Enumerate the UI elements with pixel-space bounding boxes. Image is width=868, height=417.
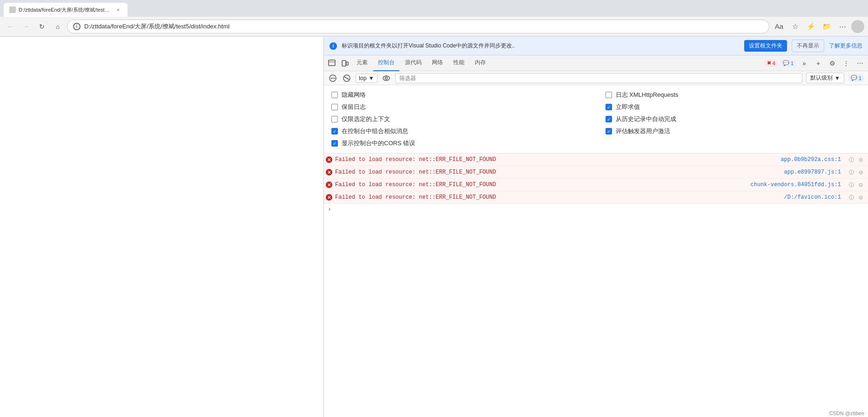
svg-rect-0 xyxy=(329,60,335,66)
tab-performance[interactable]: 性能 xyxy=(449,55,469,71)
error-action-icon-1a[interactable]: ⓘ xyxy=(848,168,855,176)
preserve-log-checkbox[interactable] xyxy=(331,104,338,110)
error-actions-1: ⓘ ⊙ xyxy=(848,168,864,176)
error-action-icon-3b[interactable]: ⊙ xyxy=(857,194,864,201)
option-cors-errors[interactable]: 显示控制台中的CORS 错误 xyxy=(331,137,587,149)
log-xhr-checkbox[interactable] xyxy=(606,92,612,98)
error-link-2[interactable]: chunk-vendors.84051fdd.js:1 xyxy=(751,182,841,188)
tab-network-label: 网络 xyxy=(432,59,443,67)
no-entry-button[interactable] xyxy=(342,73,352,83)
log-xhr-label: 日志 XMLHttpRequests xyxy=(616,91,679,99)
eager-eval-checkbox[interactable] xyxy=(606,104,612,110)
svg-point-8 xyxy=(383,76,390,81)
read-aloud-button[interactable]: Aa xyxy=(772,20,786,34)
learn-more-link[interactable]: 了解更多信息 xyxy=(829,42,862,50)
chevron-down-icon: ▼ xyxy=(369,75,374,81)
tab-console[interactable]: 控制台 xyxy=(373,55,399,71)
option-group-similar[interactable]: 在控制台中组合相似消息 xyxy=(331,125,587,137)
dont-show-button[interactable]: 不再显示 xyxy=(792,40,824,52)
tab-elements-label: 元素 xyxy=(357,59,368,67)
set-root-folder-button[interactable]: 设置根文件夹 xyxy=(744,40,787,52)
error-row-3[interactable]: ✕ Failed to load resource: net::ERR_FILE… xyxy=(324,191,868,204)
error-link-0[interactable]: app.0b9b292a.css:1 xyxy=(781,156,841,163)
tab-close-btn[interactable]: × xyxy=(114,6,122,13)
forward-button[interactable]: → xyxy=(20,20,33,33)
error-text-1: Failed to load resource: net::ERR_FILE_N… xyxy=(335,169,781,175)
tab-sources-label: 源代码 xyxy=(405,59,422,67)
tab-memory[interactable]: 内存 xyxy=(470,55,491,71)
error-link-3[interactable]: /D:/favicon.ico:1 xyxy=(784,194,841,201)
info-banner-icon: i xyxy=(330,42,337,50)
autocomplete-history-checkbox[interactable] xyxy=(606,116,612,122)
info-bubble-icon: 💬 xyxy=(783,60,789,66)
error-action-icon-0a[interactable]: ⓘ xyxy=(848,156,855,163)
tab-elements[interactable]: 元素 xyxy=(352,55,372,71)
more-button[interactable]: ⋯ xyxy=(835,20,849,34)
option-log-xhr[interactable]: 日志 XMLHttpRequests xyxy=(606,89,861,101)
caret-row[interactable]: › xyxy=(324,204,868,215)
device-toolbar-button[interactable] xyxy=(339,57,351,69)
filter-input[interactable] xyxy=(395,73,802,83)
error-icon-3: ✕ xyxy=(326,194,332,201)
msg-count-text: 1 xyxy=(859,75,861,81)
address-info-icon: i xyxy=(73,23,81,30)
clear-console-button[interactable] xyxy=(328,73,338,83)
active-tab[interactable]: D:/zttdata/foreEnd/大屏/系统/缭斌/test5/dist/i… xyxy=(4,3,128,17)
nav-bar: ← → ↻ ⌂ i D:/zttdata/foreEnd/大屏/系统/缭斌/te… xyxy=(0,17,868,36)
option-eager-eval[interactable]: 立即求值 xyxy=(606,101,861,113)
group-similar-checkbox[interactable] xyxy=(331,128,338,135)
tab-sources[interactable]: 源代码 xyxy=(400,55,426,71)
device-icon xyxy=(341,60,349,67)
error-badge: ✖ 4 xyxy=(764,59,778,67)
option-preserve-log[interactable]: 保留日志 xyxy=(331,101,587,113)
hide-network-checkbox[interactable] xyxy=(331,92,338,98)
address-bar[interactable]: i D:/zttdata/foreEnd/大屏/系统/缭斌/test5/dist… xyxy=(67,20,769,34)
profile-avatar[interactable] xyxy=(851,20,864,33)
level-chevron-icon: ▼ xyxy=(834,75,840,81)
back-button[interactable]: ← xyxy=(4,20,17,33)
option-hide-network[interactable]: 隐藏网络 xyxy=(331,89,587,101)
error-action-icon-1b[interactable]: ⊙ xyxy=(857,168,864,176)
extensions-button[interactable]: ⚡ xyxy=(804,20,818,34)
level-selector[interactable]: 默认级别 ▼ xyxy=(806,73,844,83)
error-row-0[interactable]: ✕ Failed to load resource: net::ERR_FILE… xyxy=(324,154,868,166)
devtools-toolbar-right: ✖ 4 💬 1 » + ⚙ ⋮ ⋯ xyxy=(764,57,866,69)
console-options-right: 日志 XMLHttpRequests 立即求值 从历史记录中自动完成 评估触发器… xyxy=(606,89,861,149)
error-row-2[interactable]: ✕ Failed to load resource: net::ERR_FILE… xyxy=(324,179,868,191)
tab-performance-label: 性能 xyxy=(453,59,464,67)
eye-icon xyxy=(383,74,390,82)
error-action-icon-3a[interactable]: ⓘ xyxy=(848,194,855,201)
error-action-icon-2a[interactable]: ⓘ xyxy=(848,181,855,188)
devtools-main-toolbar: 元素 控制台 源代码 网络 性能 内存 ✖ 4 xyxy=(324,55,868,71)
autocomplete-history-label: 从历史记录中自动完成 xyxy=(616,115,676,123)
option-selected-context[interactable]: 仅限选定的上下文 xyxy=(331,113,587,125)
error-action-icon-2b[interactable]: ⊙ xyxy=(857,181,864,188)
error-text-2: Failed to load resource: net::ERR_FILE_N… xyxy=(335,182,748,188)
tab-network[interactable]: 网络 xyxy=(427,55,448,71)
cors-errors-checkbox[interactable] xyxy=(331,140,338,147)
add-tab-button[interactable]: + xyxy=(812,57,824,69)
more-options-button[interactable]: ⋯ xyxy=(854,57,866,69)
dock-button[interactable]: ⋮ xyxy=(840,57,852,69)
selected-context-checkbox[interactable] xyxy=(331,116,338,122)
more-tabs-button[interactable]: » xyxy=(798,57,810,69)
reload-button[interactable]: ↻ xyxy=(35,20,48,33)
user-activation-label: 评估触发器用户激活 xyxy=(616,127,670,135)
error-link-1[interactable]: app.e8997897.js:1 xyxy=(784,169,841,175)
clear-icon xyxy=(329,74,336,82)
settings-button[interactable]: ⚙ xyxy=(826,57,838,69)
error-text-3: Failed to load resource: net::ERR_FILE_N… xyxy=(335,194,781,201)
error-action-icon-0b[interactable]: ⊙ xyxy=(857,156,864,163)
error-row-1[interactable]: ✕ Failed to load resource: net::ERR_FILE… xyxy=(324,166,868,179)
option-autocomplete-history[interactable]: 从历史记录中自动完成 xyxy=(606,113,861,125)
inspect-element-button[interactable] xyxy=(326,57,338,69)
home-button[interactable]: ⌂ xyxy=(51,20,64,33)
collections-button[interactable]: 📁 xyxy=(820,20,834,34)
tab-favicon xyxy=(9,7,16,13)
option-user-activation[interactable]: 评估触发器用户激活 xyxy=(606,125,861,137)
user-activation-checkbox[interactable] xyxy=(606,128,612,135)
eye-button[interactable] xyxy=(381,73,391,83)
favorites-button[interactable]: ☆ xyxy=(788,20,802,34)
context-selector[interactable]: top ▼ xyxy=(356,74,377,83)
error-icon-small: ✖ xyxy=(767,60,771,66)
